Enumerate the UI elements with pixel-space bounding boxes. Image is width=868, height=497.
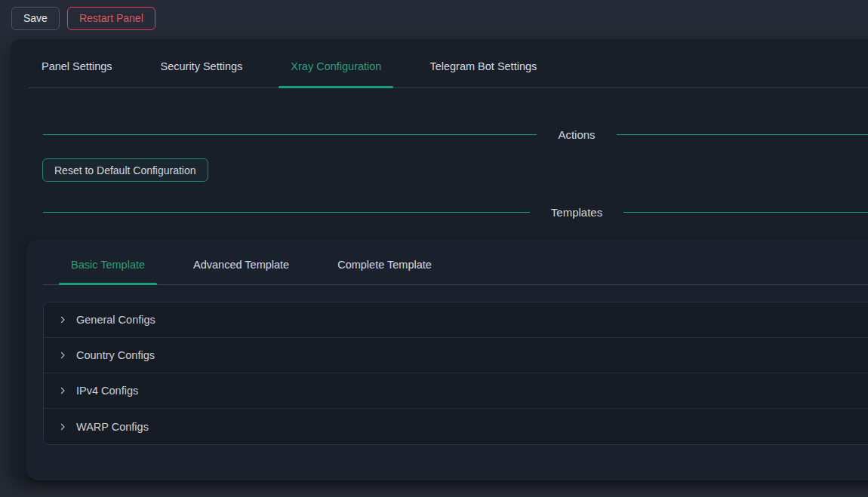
collapse-row-ipv4-configs[interactable]: IPv4 Configs xyxy=(44,373,868,409)
tab-basic-template[interactable]: Basic Template xyxy=(59,239,157,284)
collapse-row-label: General Configs xyxy=(76,314,155,326)
divider-line xyxy=(617,134,868,135)
tab-xray-configuration[interactable]: Xray Configuration xyxy=(279,39,393,87)
save-button[interactable]: Save xyxy=(11,7,60,30)
collapse-row-label: IPv4 Configs xyxy=(76,385,138,397)
divider-line xyxy=(43,134,537,135)
chevron-right-icon xyxy=(58,351,67,360)
tab-telegram-bot-settings[interactable]: Telegram Bot Settings xyxy=(417,39,549,87)
tab-advanced-template[interactable]: Advanced Template xyxy=(181,239,301,284)
chevron-right-icon xyxy=(58,315,67,324)
reset-default-config-button[interactable]: Reset to Default Configuration xyxy=(42,158,208,182)
collapse-row-label: WARP Configs xyxy=(76,421,149,433)
config-collapse-list: General Configs Country Configs IPv4 Con… xyxy=(43,302,868,445)
top-action-bar: Save Restart Panel xyxy=(0,0,868,36)
divider-line xyxy=(43,212,530,213)
templates-divider-label: Templates xyxy=(530,206,623,219)
collapse-row-country-configs[interactable]: Country Configs xyxy=(44,338,868,373)
collapse-row-warp-configs[interactable]: WARP Configs xyxy=(44,409,868,444)
collapse-row-general-configs[interactable]: General Configs xyxy=(44,302,868,338)
tab-complete-template[interactable]: Complete Template xyxy=(325,239,444,284)
settings-tab-bar: Panel Settings Security Settings Xray Co… xyxy=(29,39,868,88)
actions-divider-label: Actions xyxy=(537,128,616,141)
templates-divider: Templates xyxy=(43,206,868,219)
collapse-row-label: Country Configs xyxy=(76,349,155,361)
template-tab-bar: Basic Template Advanced Template Complet… xyxy=(43,239,868,285)
tab-security-settings[interactable]: Security Settings xyxy=(149,39,255,87)
templates-card: Basic Template Advanced Template Complet… xyxy=(26,239,868,480)
chevron-right-icon xyxy=(58,422,67,431)
tab-panel-settings[interactable]: Panel Settings xyxy=(29,39,125,87)
settings-card: Panel Settings Security Settings Xray Co… xyxy=(11,39,868,478)
chevron-right-icon xyxy=(58,386,67,395)
restart-panel-button[interactable]: Restart Panel xyxy=(67,7,155,30)
divider-line xyxy=(623,212,868,213)
actions-divider: Actions xyxy=(43,128,868,141)
